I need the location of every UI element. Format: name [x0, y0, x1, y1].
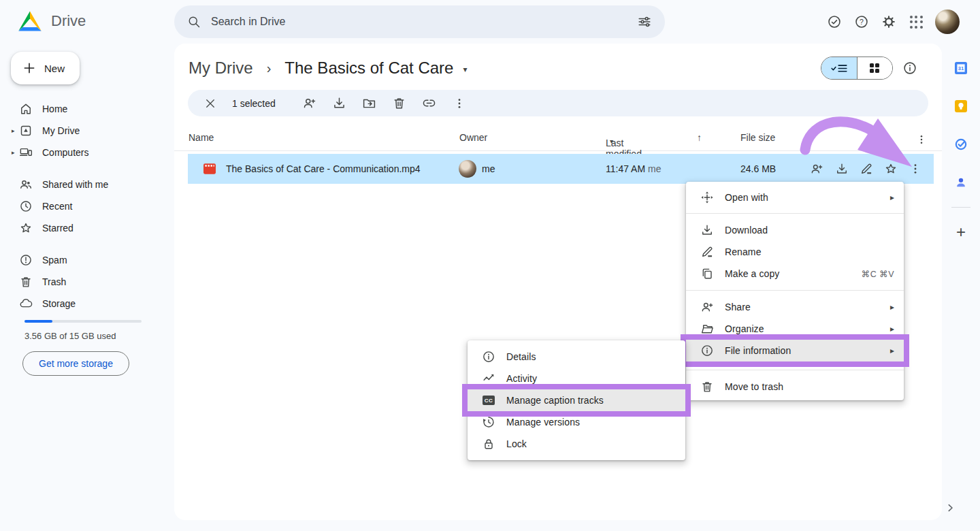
account-avatar[interactable]: [935, 10, 960, 34]
owner-name: me: [482, 163, 495, 174]
submenu-item-activity[interactable]: Activity: [468, 368, 685, 389]
menu-item-open-with[interactable]: Open with ▸: [686, 182, 904, 213]
submenu-arrow-icon: ▸: [890, 324, 894, 334]
sidebar-item-label: My Drive: [42, 125, 80, 136]
selected-count: 1 selected: [232, 98, 276, 109]
offline-status-icon[interactable]: [821, 8, 848, 35]
tasks-icon[interactable]: [947, 131, 975, 158]
row-star-icon[interactable]: [884, 162, 898, 176]
breadcrumb-root[interactable]: My Drive: [189, 59, 253, 78]
menu-item-file-information[interactable]: File information ▸: [686, 340, 904, 361]
grid-view-icon: [870, 63, 879, 73]
menu-item-label: Make a copy: [725, 268, 862, 279]
plus-icon: [22, 61, 36, 75]
sidebar-item-label: Home: [42, 103, 67, 114]
video-file-icon: [203, 162, 216, 176]
spam-icon: [19, 253, 33, 267]
copy-icon: [700, 267, 714, 280]
file-information-submenu: Details Activity CC Manage caption track…: [468, 340, 685, 460]
lock-icon: [482, 437, 495, 451]
sidebar-item-home[interactable]: Home: [0, 98, 174, 120]
submenu-arrow-icon: ▸: [890, 193, 894, 202]
row-more-options-icon[interactable]: [909, 162, 922, 176]
view-toggle: [821, 57, 893, 80]
sidebar-item-trash[interactable]: Trash: [0, 271, 174, 293]
help-icon[interactable]: ?: [848, 8, 875, 35]
topbar: Drive ?: [0, 0, 980, 44]
shortcut-hint: ⌘C ⌘V: [862, 269, 894, 279]
new-button[interactable]: New: [11, 52, 80, 84]
submenu-item-manage-versions[interactable]: Manage versions: [468, 411, 685, 433]
info-icon: [482, 350, 495, 364]
sidebar-nav: Home ▸ My Drive ▸ Computers: [0, 98, 174, 315]
list-view-button[interactable]: [821, 57, 857, 79]
search-options-icon[interactable]: [631, 8, 658, 35]
calendar-icon[interactable]: 31: [947, 54, 975, 82]
star-icon: [19, 221, 33, 235]
sidebar-item-shared-with-me[interactable]: Shared with me: [0, 174, 174, 195]
sidebar-item-label: Spam: [42, 255, 67, 266]
caret-down-icon: ▾: [610, 138, 613, 145]
file-row-selected[interactable]: The Basics of Cat Care - Communication.m…: [188, 154, 934, 184]
contacts-icon[interactable]: [947, 169, 975, 196]
column-file-size[interactable]: File size: [740, 132, 775, 143]
breadcrumb-current[interactable]: The Basics of Cat Care: [284, 59, 453, 78]
submenu-item-lock[interactable]: Lock: [468, 433, 685, 455]
file-size: 24.6 MB: [740, 163, 776, 174]
sort-direction-icon[interactable]: ↑: [697, 132, 702, 143]
collapse-panel-chevron-icon[interactable]: [943, 501, 957, 515]
menu-item-organize[interactable]: Organize ▸: [686, 318, 904, 340]
header-more-options-icon[interactable]: [906, 127, 936, 152]
google-apps-icon[interactable]: [902, 8, 930, 35]
expand-arrow-icon[interactable]: ▸: [12, 127, 15, 134]
copy-link-icon[interactable]: [414, 91, 444, 116]
file-name: The Basics of Cat Care - Communication.m…: [226, 163, 421, 174]
breadcrumb-separator-icon: ›: [267, 61, 272, 76]
row-share-icon[interactable]: [810, 162, 823, 176]
sidebar-item-storage[interactable]: Storage: [0, 293, 174, 315]
download-icon[interactable]: [325, 91, 355, 116]
menu-item-make-a-copy[interactable]: Make a copy ⌘C ⌘V: [686, 263, 904, 285]
breadcrumb: My Drive › The Basics of Cat Care ▾: [189, 59, 467, 78]
menu-item-move-to-trash[interactable]: Move to trash: [686, 376, 904, 398]
sidebar-item-computers[interactable]: ▸ Computers: [0, 142, 174, 163]
keep-icon[interactable]: [947, 93, 975, 120]
menu-item-label: Rename: [725, 246, 894, 257]
row-download-icon[interactable]: [835, 162, 849, 176]
grid-view-button[interactable]: [857, 57, 893, 79]
move-to-folder-icon[interactable]: [355, 91, 385, 116]
settings-gear-icon[interactable]: [875, 8, 902, 35]
menu-item-rename[interactable]: Rename: [686, 241, 904, 263]
sidebar-item-my-drive[interactable]: ▸ My Drive: [0, 120, 174, 142]
submenu-item-details[interactable]: Details: [468, 346, 685, 368]
context-menu: Open with ▸ Download Rename Make: [686, 182, 904, 400]
row-rename-icon[interactable]: [860, 162, 873, 176]
get-addons-icon[interactable]: +: [947, 219, 975, 246]
search-input[interactable]: [211, 16, 631, 28]
sidebar-item-recent[interactable]: Recent: [0, 195, 174, 217]
menu-item-label: Open with: [725, 192, 890, 203]
expand-arrow-icon[interactable]: ▸: [12, 149, 15, 156]
cloud-icon: [19, 297, 33, 310]
trash-icon[interactable]: [385, 91, 414, 116]
column-owner[interactable]: Owner: [459, 132, 487, 143]
more-options-icon[interactable]: [444, 91, 474, 116]
sidebar-item-starred[interactable]: Starred: [0, 217, 174, 239]
owner-avatar: [459, 160, 476, 178]
sidebar-item-spam[interactable]: Spam: [0, 249, 174, 271]
download-icon: [700, 223, 714, 237]
get-more-storage-button[interactable]: Get more storage: [22, 351, 129, 376]
svg-text:31: 31: [958, 65, 964, 71]
breadcrumb-dropdown-icon[interactable]: ▾: [463, 62, 467, 74]
submenu-item-manage-caption-tracks[interactable]: CC Manage caption tracks: [468, 389, 685, 411]
clear-selection-icon[interactable]: [199, 91, 221, 116]
menu-item-label: Download: [725, 225, 894, 236]
search-bar[interactable]: [174, 5, 665, 38]
share-icon[interactable]: [295, 91, 325, 116]
menu-item-download[interactable]: Download: [686, 219, 904, 241]
details-info-icon[interactable]: [900, 58, 920, 78]
menu-item-share[interactable]: Share ▸: [686, 296, 904, 318]
menu-item-label: Manage versions: [506, 417, 676, 428]
column-name[interactable]: Name: [189, 132, 214, 143]
captions-icon: CC: [482, 396, 495, 405]
